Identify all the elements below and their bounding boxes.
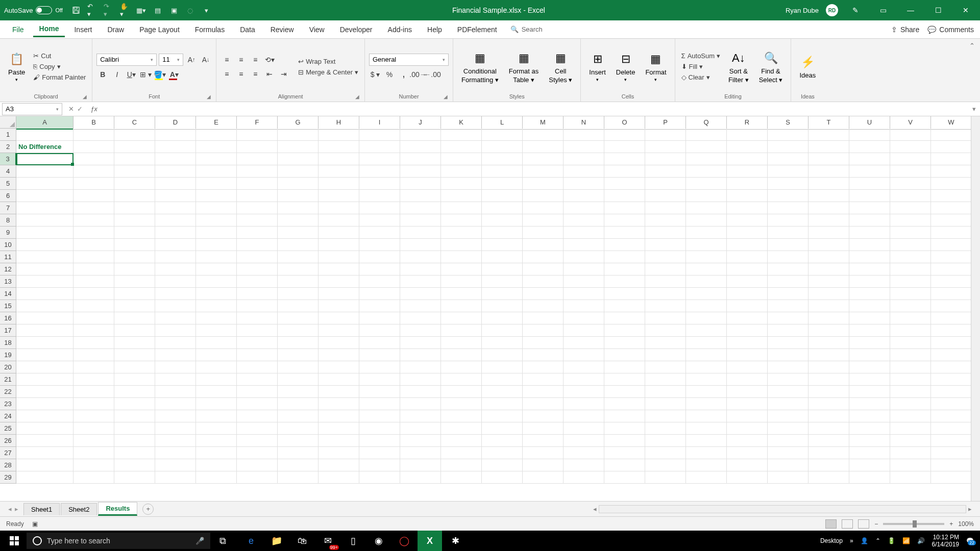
- cell-M29[interactable]: [523, 471, 564, 484]
- cell-H27[interactable]: [318, 447, 359, 459]
- cell-U5[interactable]: [849, 178, 890, 190]
- cell-O9[interactable]: [604, 227, 645, 239]
- cell-O13[interactable]: [604, 276, 645, 288]
- cell-B26[interactable]: [74, 435, 114, 447]
- cell-R13[interactable]: [727, 276, 768, 288]
- cell-W7[interactable]: [931, 202, 971, 214]
- cell-R5[interactable]: [727, 178, 768, 190]
- row-header-5[interactable]: 5: [0, 178, 16, 190]
- cell-F4[interactable]: [237, 165, 278, 178]
- cell-A4[interactable]: [16, 165, 74, 178]
- col-header-E[interactable]: E: [196, 116, 237, 130]
- cell-C5[interactable]: [114, 178, 155, 190]
- cell-F26[interactable]: [237, 435, 278, 447]
- cell-D28[interactable]: [155, 459, 196, 471]
- store-icon[interactable]: 🛍: [290, 531, 314, 551]
- cell-C20[interactable]: [114, 361, 155, 373]
- cell-K13[interactable]: [441, 276, 482, 288]
- cell-C8[interactable]: [114, 214, 155, 227]
- cell-V29[interactable]: [890, 471, 931, 484]
- cell-L2[interactable]: [482, 141, 523, 153]
- cell-K25[interactable]: [441, 422, 482, 435]
- cell-V14[interactable]: [890, 288, 931, 300]
- cell-K24[interactable]: [441, 410, 482, 422]
- cell-O19[interactable]: [604, 349, 645, 361]
- cell-V9[interactable]: [890, 227, 931, 239]
- cell-O29[interactable]: [604, 471, 645, 484]
- percent-button[interactable]: %: [383, 69, 396, 80]
- cell-I27[interactable]: [359, 447, 400, 459]
- col-header-B[interactable]: B: [74, 116, 114, 130]
- cell-O6[interactable]: [604, 190, 645, 202]
- coming-soon-icon[interactable]: ✎: [845, 3, 866, 17]
- battery-icon[interactable]: 🔋: [888, 537, 895, 544]
- bold-button[interactable]: B: [96, 69, 109, 80]
- cell-C21[interactable]: [114, 373, 155, 386]
- cell-R19[interactable]: [727, 349, 768, 361]
- decrease-indent-icon[interactable]: ⇤: [263, 68, 276, 80]
- cell-Q27[interactable]: [686, 447, 727, 459]
- cell-B25[interactable]: [74, 422, 114, 435]
- cell-Q26[interactable]: [686, 435, 727, 447]
- row-header-11[interactable]: 11: [0, 251, 16, 263]
- grow-font-icon[interactable]: A↑: [185, 54, 198, 65]
- dialog-launcher-icon[interactable]: ◢: [83, 94, 87, 99]
- copy-button[interactable]: ⎘Copy ▾: [31, 62, 88, 71]
- cell-L3[interactable]: [482, 153, 523, 165]
- cell-V22[interactable]: [890, 386, 931, 398]
- touch-mode-icon[interactable]: ✋▾: [120, 5, 130, 15]
- cell-Q4[interactable]: [686, 165, 727, 178]
- cell-N14[interactable]: [564, 288, 604, 300]
- cell-U21[interactable]: [849, 373, 890, 386]
- cell-J7[interactable]: [400, 202, 441, 214]
- cell-G8[interactable]: [278, 214, 318, 227]
- cell-P9[interactable]: [645, 227, 686, 239]
- row-header-24[interactable]: 24: [0, 410, 16, 422]
- cell-R6[interactable]: [727, 190, 768, 202]
- cell-D20[interactable]: [155, 361, 196, 373]
- cell-Q10[interactable]: [686, 239, 727, 251]
- cell-E28[interactable]: [196, 459, 237, 471]
- cell-A24[interactable]: [16, 410, 74, 422]
- cell-R29[interactable]: [727, 471, 768, 484]
- cell-K2[interactable]: [441, 141, 482, 153]
- cell-I7[interactable]: [359, 202, 400, 214]
- cell-P23[interactable]: [645, 398, 686, 410]
- cell-B7[interactable]: [74, 202, 114, 214]
- cell-A17[interactable]: [16, 324, 74, 337]
- cell-O2[interactable]: [604, 141, 645, 153]
- cell-N16[interactable]: [564, 312, 604, 324]
- cell-O7[interactable]: [604, 202, 645, 214]
- cell-F16[interactable]: [237, 312, 278, 324]
- cell-N11[interactable]: [564, 251, 604, 263]
- cell-C12[interactable]: [114, 263, 155, 276]
- cell-P21[interactable]: [645, 373, 686, 386]
- cell-I24[interactable]: [359, 410, 400, 422]
- cell-H16[interactable]: [318, 312, 359, 324]
- cell-D5[interactable]: [155, 178, 196, 190]
- share-button[interactable]: ⇪ Share: [891, 26, 919, 34]
- col-header-H[interactable]: H: [318, 116, 359, 130]
- autosave-toggle[interactable]: AutoSave Off: [4, 6, 63, 14]
- cell-D16[interactable]: [155, 312, 196, 324]
- cell-F28[interactable]: [237, 459, 278, 471]
- cell-W27[interactable]: [931, 447, 971, 459]
- row-header-28[interactable]: 28: [0, 459, 16, 471]
- cell-J12[interactable]: [400, 263, 441, 276]
- cell-F21[interactable]: [237, 373, 278, 386]
- cell-W29[interactable]: [931, 471, 971, 484]
- cell-I19[interactable]: [359, 349, 400, 361]
- cell-B14[interactable]: [74, 288, 114, 300]
- cell-S25[interactable]: [768, 422, 808, 435]
- cell-B27[interactable]: [74, 447, 114, 459]
- cell-T14[interactable]: [808, 288, 849, 300]
- cell-W24[interactable]: [931, 410, 971, 422]
- cell-W2[interactable]: [931, 141, 971, 153]
- cell-N13[interactable]: [564, 276, 604, 288]
- cell-U25[interactable]: [849, 422, 890, 435]
- redo-icon[interactable]: ↷ ▾: [104, 5, 114, 15]
- cell-C17[interactable]: [114, 324, 155, 337]
- cell-J8[interactable]: [400, 214, 441, 227]
- collapse-ribbon-icon[interactable]: ⌃: [964, 39, 980, 102]
- row-header-15[interactable]: 15: [0, 300, 16, 312]
